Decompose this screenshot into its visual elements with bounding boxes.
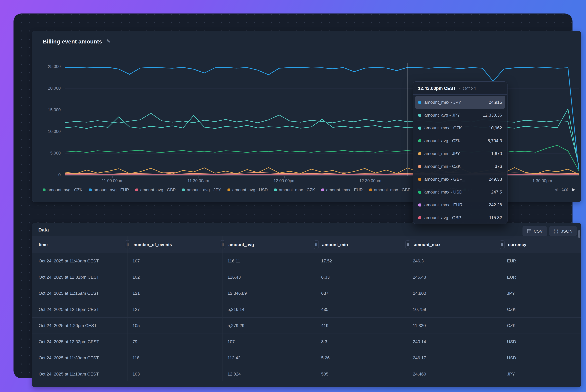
column-header-label: currency	[502, 242, 526, 247]
legend-item-label: amount_max - CZK	[279, 188, 315, 192]
tooltip-series-value: 247.5	[491, 190, 502, 195]
tooltip-series-value: 12,330.36	[483, 112, 502, 118]
legend-item-label: amount_avg - EUR	[94, 188, 129, 192]
legend-color-chip	[227, 188, 230, 191]
table-cell: 505	[316, 366, 408, 382]
tooltip-row: amount_max - EUR242.28	[415, 198, 505, 211]
table-header-row: time⠿number_of_events⠿amount_avg⠿amount_…	[32, 236, 581, 253]
series-color-chip	[418, 140, 421, 142]
table-cell: Oct 24, 2025 at 12:32pm CEST	[32, 334, 128, 350]
table-row: Oct 24, 2025 at 12:32pm CEST791078.3240.…	[32, 334, 581, 350]
table-cell: 419	[316, 318, 408, 334]
legend-item[interactable]: amount_max - GBP	[369, 188, 411, 192]
legend-item[interactable]: amount_avg - CZK	[43, 188, 83, 192]
table-cell: 79	[128, 334, 222, 350]
table-row: Oct 24, 2025 at 12:31pm CEST102126.436.3…	[32, 269, 581, 285]
table-cell: USD	[502, 334, 581, 350]
tooltip-row: amount_max - JPY24,916	[415, 96, 505, 109]
column-header-label: time	[32, 242, 48, 247]
tooltip-series-value: 10,962	[489, 126, 502, 130]
column-header-currency: ⠿currency	[502, 236, 581, 253]
table-row: Oct 24, 2025 at 11:40am CEST107116.1117.…	[32, 253, 581, 269]
tooltip-series-value: 249.33	[489, 177, 502, 182]
chart-tooltip: 12:43:00pm CEST · Oct 24 amount_max - JP…	[413, 82, 507, 224]
table-cell: 246.3	[408, 253, 502, 269]
y-axis-tick-label: 0	[32, 172, 61, 177]
legend-prev-arrow-icon[interactable]: ◀	[554, 187, 557, 192]
vertical-scrollbar-thumb[interactable]	[578, 230, 580, 238]
table-cell: JPY	[502, 366, 581, 382]
table-cell: 17.52	[316, 253, 408, 269]
table-cell: CZK	[502, 318, 581, 334]
column-header-label: amount_min	[316, 242, 348, 247]
series-color-chip	[418, 204, 421, 206]
table-cell: 127	[128, 302, 222, 318]
column-header-label: amount_avg	[222, 242, 254, 247]
legend-item[interactable]: amount_avg - USD	[227, 188, 268, 192]
tooltip-separator: ·	[459, 86, 460, 91]
table-cell: 118	[128, 350, 222, 366]
column-header-label: number_of_events	[128, 242, 172, 247]
json-export-button[interactable]: { } JSON	[549, 226, 577, 236]
table-cell: 107	[222, 334, 316, 350]
table-cell: 245.43	[408, 269, 502, 285]
table-cell: 102	[128, 269, 222, 285]
table-cell: Oct 24, 2025 at 11:10am CEST	[32, 366, 128, 382]
csv-export-button[interactable]: CSV	[522, 226, 547, 236]
legend-next-arrow-icon[interactable]: ▶	[572, 187, 575, 192]
tooltip-rows: amount_max - JPY24,916amount_avg - JPY12…	[413, 94, 507, 226]
legend-item[interactable]: amount_max - EUR	[321, 188, 363, 192]
table-row: Oct 24, 2025 at 11:33am CEST118112.425.2…	[32, 350, 581, 366]
tooltip-series-label: amount_avg - JPY	[424, 112, 483, 118]
legend-item-label: amount_avg - USD	[232, 188, 268, 192]
edit-pencil-icon[interactable]: ✎	[106, 38, 111, 44]
y-axis-tick-label: 10,000	[32, 129, 61, 134]
legend-item-label: amount_avg - JPY	[187, 188, 221, 192]
tooltip-row: amount_avg - JPY12,330.36	[415, 109, 505, 122]
table-grid-icon	[527, 229, 531, 234]
tooltip-header: 12:43:00pm CEST · Oct 24	[413, 82, 507, 94]
y-axis-tick-label: 5,000	[32, 151, 61, 156]
column-header-label: amount_max	[408, 242, 440, 247]
tooltip-row: amount_min - JPY1,670	[415, 147, 505, 160]
legend-color-chip	[321, 188, 324, 191]
y-axis-tick-label: 15,000	[32, 108, 61, 112]
column-header-amount_avg: ⠿amount_avg	[222, 236, 316, 253]
table-cell: 5,279.29	[222, 318, 316, 334]
legend-item[interactable]: amount_avg - EUR	[89, 188, 129, 192]
table-cell: 6.33	[316, 269, 408, 285]
legend-color-chip	[274, 188, 277, 191]
tooltip-row: amount_min - CZK376	[415, 160, 505, 173]
csv-button-label: CSV	[534, 229, 543, 234]
legend-item[interactable]: amount_avg - JPY	[182, 188, 221, 192]
curly-braces-icon: { }	[554, 229, 559, 234]
legend-color-chip	[182, 188, 185, 191]
tooltip-series-value: 24,916	[489, 100, 502, 105]
table-cell: 10,759	[408, 302, 502, 318]
series-color-chip	[418, 114, 421, 117]
column-separator	[408, 236, 408, 381]
table-cell: 121	[128, 285, 222, 301]
column-separator	[502, 236, 502, 381]
tooltip-time: 12:43:00pm CEST	[418, 86, 456, 91]
table-cell: 105	[128, 318, 222, 334]
table-cell: EUR	[502, 253, 581, 269]
tooltip-series-label: amount_avg - CZK	[424, 138, 487, 144]
dashboard-page: Billing event amounts ✎ 05,00010,00015,0…	[0, 0, 586, 392]
table-cell: 435	[316, 302, 408, 318]
legend-item[interactable]: amount_max - CZK	[274, 188, 315, 192]
table-cell: Oct 24, 2025 at 11:40am CEST	[32, 253, 128, 269]
table-cell: 12,824	[222, 366, 316, 382]
table-cell: 12,346.89	[222, 285, 316, 301]
column-header-time: time	[32, 236, 128, 253]
data-panel: Data CSV { } JSON time⠿number_of_events⠿…	[32, 223, 581, 387]
legend-item[interactable]: amount_avg - GBP	[135, 188, 176, 192]
tooltip-row: amount_max - CZK10,962	[415, 122, 505, 134]
tooltip-series-label: amount_max - USD	[424, 190, 491, 195]
legend-color-chip	[369, 188, 372, 191]
table-cell: Oct 24, 2025 at 12:31pm CEST	[32, 269, 128, 285]
y-axis-tick-label: 25,000	[32, 64, 61, 69]
tooltip-series-label: amount_max - JPY	[424, 100, 489, 105]
table-row: Oct 24, 2025 at 1:20pm CEST1055,279.2941…	[32, 318, 581, 334]
legend-color-chip	[89, 188, 92, 191]
